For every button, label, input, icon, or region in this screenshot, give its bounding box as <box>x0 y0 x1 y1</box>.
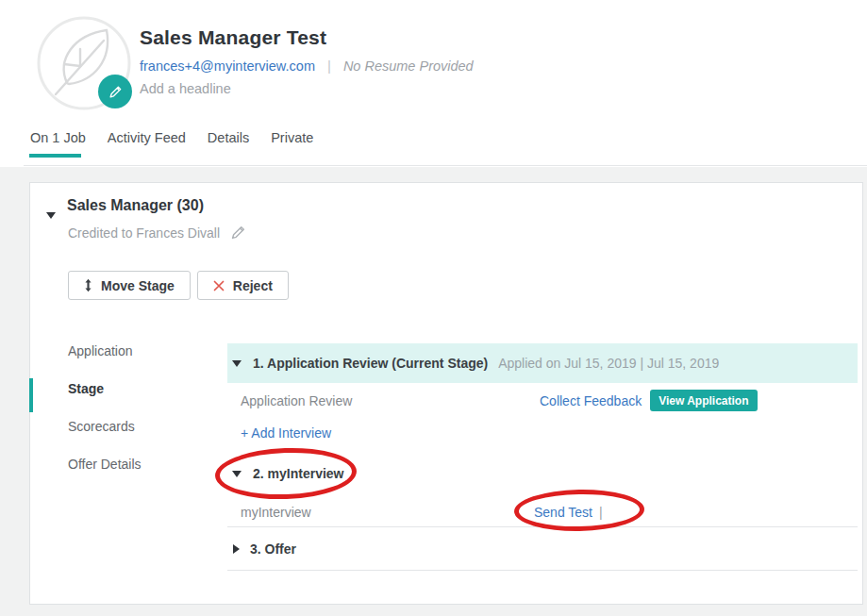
reject-x-icon <box>213 280 225 291</box>
add-headline-field[interactable]: Add a headline <box>140 81 231 96</box>
avatar <box>36 15 132 111</box>
candidate-section-nav: Application Stage Scorecards Offer Detai… <box>68 343 209 494</box>
pencil-icon <box>229 224 247 241</box>
stage-3-header[interactable]: 3. Offer <box>227 541 296 557</box>
interview-name: myInterview <box>241 505 311 520</box>
reject-label: Reject <box>233 278 273 293</box>
sidebar-item-stage[interactable]: Stage <box>68 381 209 396</box>
candidate-email-link[interactable]: frances+4@myinterview.com <box>140 58 315 74</box>
sidebar-item-application[interactable]: Application <box>68 343 209 358</box>
tab-details[interactable]: Details <box>208 130 249 145</box>
add-interview-link[interactable]: + Add Interview <box>241 425 331 441</box>
active-tab-indicator <box>29 154 81 158</box>
sidebar-item-scorecards[interactable]: Scorecards <box>68 419 209 434</box>
page-title: Sales Manager Test <box>140 26 326 49</box>
divider <box>227 570 858 571</box>
tab-on-1-job[interactable]: On 1 Job <box>30 130 86 145</box>
reject-button[interactable]: Reject <box>197 271 289 300</box>
contact-separator: | <box>327 58 331 74</box>
candidate-actions: Move Stage Reject <box>68 271 289 300</box>
tabs-divider <box>24 165 867 166</box>
move-stage-button[interactable]: Move Stage <box>68 271 191 300</box>
sidebar-item-offer-details[interactable]: Offer Details <box>68 457 209 472</box>
job-title: Sales Manager (30) <box>67 197 204 214</box>
contact-row: frances+4@myinterview.com | No Resume Pr… <box>140 58 474 74</box>
job-collapse-toggle[interactable] <box>46 206 56 223</box>
view-application-button[interactable]: View Application <box>650 390 757 411</box>
up-down-arrow-icon <box>84 278 92 292</box>
job-card: Sales Manager (30) Credited to Frances D… <box>29 182 863 605</box>
tab-activity-feed[interactable]: Activity Feed <box>108 130 186 145</box>
stage-3-title: 3. Offer <box>250 541 296 557</box>
chevron-right-icon <box>233 544 240 554</box>
chevron-down-icon <box>232 360 242 367</box>
resume-status: No Resume Provided <box>343 58 474 74</box>
stage-1-title: 1. Application Review (Current Stage) <box>253 356 488 371</box>
stage-1-header[interactable]: 1. Application Review (Current Stage) Ap… <box>227 343 858 383</box>
profile-header: Sales Manager Test frances+4@myinterview… <box>0 0 867 167</box>
credited-row: Credited to Frances Divall <box>68 224 247 241</box>
stage-1-actions: Collect Feedback View Application <box>540 390 758 411</box>
candidate-profile-page: Sales Manager Test frances+4@myinterview… <box>0 0 867 616</box>
stage-1-applied-dates: Applied on Jul 15, 2019 | Jul 15, 2019 <box>498 356 719 371</box>
active-nav-indicator <box>29 378 33 412</box>
stage-1-interview-row: Application Review Collect Feedback View… <box>227 390 858 414</box>
pencil-icon <box>108 84 124 100</box>
edit-credited-button[interactable] <box>229 224 247 241</box>
body-area: Sales Manager (30) Credited to Frances D… <box>0 167 867 616</box>
edit-avatar-button[interactable] <box>98 75 132 108</box>
credited-to-text: Credited to Frances Divall <box>68 225 220 241</box>
profile-tabs: On 1 Job Activity Feed Details Private <box>30 130 313 145</box>
move-stage-label: Move Stage <box>101 278 175 293</box>
collect-feedback-link[interactable]: Collect Feedback <box>540 393 642 408</box>
chevron-down-icon <box>46 212 56 219</box>
interview-name: Application Review <box>241 393 352 408</box>
tab-private[interactable]: Private <box>271 130 313 145</box>
